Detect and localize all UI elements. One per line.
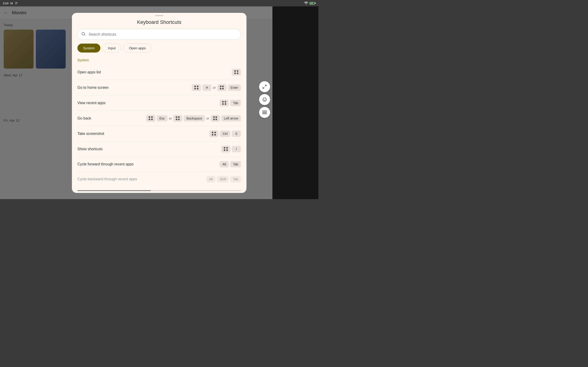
svg-point-4 — [263, 98, 267, 101]
modal-overlay: Keyboard Shortcuts System Input Open app… — [0, 6, 318, 199]
tab-system[interactable]: System — [78, 44, 100, 52]
shortcut-open-apps-list: Open apps list — [78, 65, 241, 80]
search-input[interactable] — [78, 29, 241, 40]
status-bar: 3:04 M ⏱ — [0, 0, 318, 6]
shortcut-label: Show shortcuts — [78, 147, 103, 151]
svg-line-2 — [265, 85, 267, 86]
key-h: H — [202, 84, 212, 91]
shortcut-label: View recent apps — [78, 101, 105, 105]
section-label-system: System — [78, 56, 241, 65]
keyboard-shortcuts-modal: Keyboard Shortcuts System Input Open app… — [72, 13, 246, 193]
key-tab: Tab — [230, 176, 241, 182]
key-dots — [146, 115, 155, 122]
key-alt: Alt — [220, 161, 229, 167]
shortcut-take-screenshot: Take screenshot Ctrl S — [78, 126, 241, 142]
battery-icon — [310, 2, 316, 5]
wifi-icon — [304, 1, 308, 5]
key-esc: Esc — [157, 115, 167, 122]
shortcut-label: Take screenshot — [78, 132, 104, 136]
shortcut-keys: H or Enter — [192, 84, 241, 91]
key-dots — [209, 130, 218, 137]
shortcut-view-recent: View recent apps Tab — [78, 95, 241, 111]
shortcut-keys: Tab — [220, 100, 241, 106]
key-dots — [232, 69, 241, 76]
search-container — [78, 29, 241, 40]
or-text: or — [213, 86, 216, 90]
key-dots — [220, 100, 229, 106]
key-dots — [211, 115, 220, 122]
shortcut-go-home: Go to home screen H or — [78, 80, 241, 95]
drag-handle[interactable] — [155, 15, 163, 16]
shortcut-keys: Ctrl S — [209, 130, 241, 137]
shortcut-keys: Esc or Backspace or — [146, 115, 241, 122]
key-tab: Tab — [230, 100, 241, 106]
emoji-fab[interactable] — [259, 94, 270, 105]
fab-container — [259, 81, 270, 118]
svg-line-3 — [263, 87, 264, 89]
svg-line-1 — [84, 35, 85, 35]
key-tab: Tab — [230, 161, 241, 167]
tab-input[interactable]: Input — [102, 44, 121, 52]
key-enter: Enter — [228, 84, 241, 91]
gmail-icon: M — [10, 2, 13, 5]
status-time: 3:04 — [3, 2, 9, 5]
expand-fab[interactable] — [259, 81, 270, 92]
key-dots — [192, 84, 201, 91]
key-slash: / — [232, 146, 241, 152]
status-bar-left: 3:04 M ⏱ — [3, 2, 18, 5]
key-dots — [217, 84, 226, 91]
shortcut-label: Open apps list — [78, 70, 101, 74]
tab-open-apps[interactable]: Open apps — [123, 44, 151, 52]
status-bar-right — [304, 1, 316, 5]
shortcut-label: Go back — [78, 116, 91, 120]
or-text: or — [206, 117, 209, 120]
alarm-icon: ⏱ — [15, 2, 18, 5]
scroll-indicator — [78, 190, 241, 191]
shortcut-show-shortcuts: Show shortcuts / — [78, 142, 241, 157]
shortcut-keys: / — [221, 146, 241, 152]
shortcut-cycle-backward: Cycle backward through recent apps Alt S… — [78, 172, 241, 186]
menu-fab[interactable] — [259, 107, 270, 118]
modal-body: System Open apps list Go to home screen — [72, 56, 246, 190]
svg-point-0 — [82, 32, 85, 35]
shortcut-keys: Alt Shift Tab — [206, 176, 241, 182]
key-ctrl: Ctrl — [220, 131, 230, 137]
shortcut-label: Cycle backward through recent apps — [78, 177, 137, 181]
shortcut-label: Go to home screen — [78, 85, 109, 90]
shortcut-keys: Alt Tab — [220, 161, 241, 167]
key-shift: Shift — [217, 176, 229, 182]
key-left-arrow: Left arrow — [221, 115, 241, 122]
shortcut-go-back: Go back Esc or — [78, 111, 241, 126]
search-icon — [81, 31, 86, 37]
key-dots — [173, 115, 182, 122]
or-text: or — [169, 117, 172, 120]
shortcut-cycle-forward: Cycle forward through recent apps Alt Ta… — [78, 157, 241, 172]
key-dots — [221, 146, 230, 152]
shortcut-label: Cycle forward through recent apps — [78, 162, 134, 166]
key-s: S — [232, 131, 241, 137]
modal-tabs: System Input Open apps — [72, 44, 246, 56]
shortcut-keys — [232, 69, 241, 76]
modal-title: Keyboard Shortcuts — [72, 17, 246, 29]
scroll-thumb — [78, 190, 151, 191]
key-alt: Alt — [206, 176, 216, 182]
key-backspace: Backspace — [184, 115, 205, 122]
